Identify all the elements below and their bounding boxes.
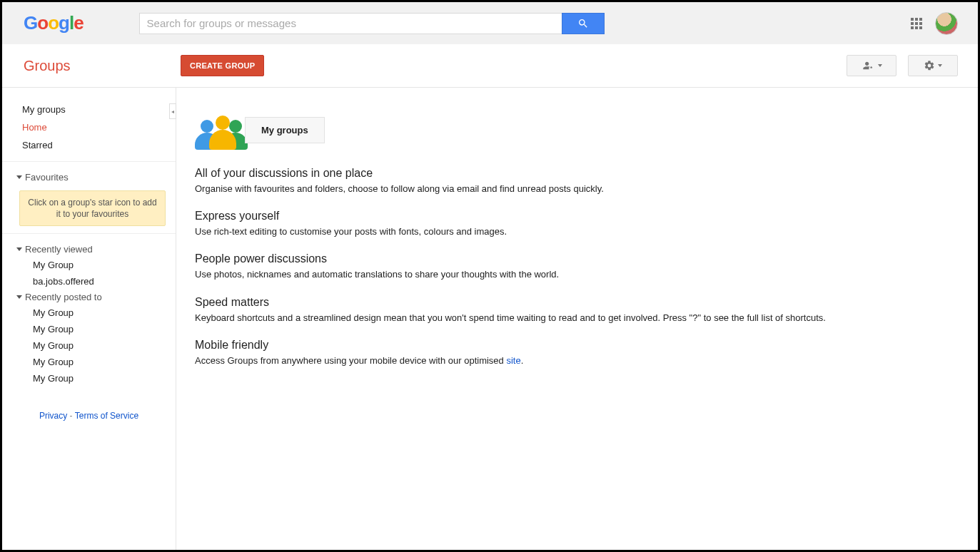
search-icon — [577, 18, 589, 29]
chevron-down-icon — [938, 64, 942, 67]
feature-title: Mobile friendly — [195, 339, 852, 352]
feature-block: People power discussions Use photos, nic… — [195, 252, 852, 281]
mobile-site-link[interactable]: site — [506, 355, 520, 366]
feature-block: Mobile friendly Access Groups from anywh… — [195, 339, 852, 367]
settings-dropdown[interactable] — [908, 55, 958, 76]
top-bar: Google — [2, 2, 978, 44]
feature-block: Speed matters Keyboard shortcuts and a s… — [195, 296, 852, 324]
group-icon — [195, 111, 252, 150]
list-item[interactable]: My Group — [33, 337, 168, 354]
search-wrap — [139, 13, 605, 34]
collapse-handle[interactable]: ◂ — [169, 103, 176, 119]
feature-block: All of your discussions in one place Org… — [195, 167, 852, 195]
recent-section: Recently viewed My Group ba.jobs.offered… — [2, 234, 176, 394]
members-dropdown[interactable] — [847, 55, 896, 76]
app-title: Groups — [24, 58, 181, 74]
recently-viewed-label: Recently viewed — [25, 244, 93, 255]
list-item[interactable]: My Group — [33, 354, 168, 370]
sidebar: ◂ My groups Home Starred Favourites Clic… — [2, 88, 176, 550]
tos-link[interactable]: Terms of Service — [75, 411, 138, 421]
feature-body: Keyboard shortcuts and a streamlined des… — [195, 312, 852, 324]
mygroups-header: My groups — [195, 111, 978, 150]
recently-posted-label: Recently posted to — [25, 292, 102, 302]
secondbar-right — [847, 55, 958, 76]
list-item[interactable]: My Group — [33, 305, 168, 321]
sidebar-item-my-groups[interactable]: My groups — [22, 101, 168, 118]
feature-body: Use photos, nicknames and automatic tran… — [195, 268, 852, 281]
avatar[interactable] — [935, 12, 958, 35]
list-item[interactable]: ba.jobs.offered — [33, 273, 168, 290]
feature-title: People power discussions — [195, 252, 852, 265]
feature-block: Express yourself Use rich-text editing t… — [195, 210, 852, 238]
favourites-header[interactable]: Favourites — [16, 170, 168, 185]
feature-title: All of your discussions in one place — [195, 167, 852, 180]
content: My groups All of your discussions in one… — [176, 88, 978, 550]
recently-viewed-list: My Group ba.jobs.offered — [16, 257, 168, 290]
apps-icon[interactable] — [911, 18, 922, 29]
sidebar-item-starred[interactable]: Starred — [22, 136, 168, 154]
feature-body: Organise with favourites and folders, ch… — [195, 183, 852, 195]
topbar-right — [911, 12, 958, 35]
chevron-down-icon — [878, 64, 882, 67]
nav-primary: My groups Home Starred — [2, 101, 176, 162]
list-item[interactable]: My Group — [33, 321, 168, 337]
sidebar-item-home[interactable]: Home — [22, 118, 168, 136]
list-item[interactable]: My Group — [33, 257, 168, 273]
favourites-hint: Click on a group's star icon to add it t… — [19, 190, 166, 226]
recently-viewed-header[interactable]: Recently viewed — [16, 242, 168, 257]
google-logo[interactable]: Google — [24, 12, 84, 34]
chevron-down-icon — [16, 295, 22, 299]
favourites-section: Favourites Click on a group's star icon … — [2, 162, 176, 234]
chevron-down-icon — [16, 175, 22, 179]
chevron-down-icon — [16, 247, 22, 251]
separator: - — [70, 411, 75, 421]
gear-icon — [924, 60, 935, 71]
search-button[interactable] — [562, 13, 605, 34]
privacy-link[interactable]: Privacy — [39, 411, 67, 421]
list-item[interactable]: My Group — [33, 370, 168, 387]
recently-posted-list: My Group My Group My Group My Group My G… — [16, 305, 168, 387]
feature-body: Access Groups from anywhere using your m… — [195, 354, 852, 367]
create-group-button[interactable]: CREATE GROUP — [181, 55, 264, 76]
recently-posted-header[interactable]: Recently posted to — [16, 290, 168, 305]
page-title: My groups — [245, 117, 325, 143]
main: ◂ My groups Home Starred Favourites Clic… — [2, 88, 978, 550]
favourites-label: Favourites — [25, 172, 69, 183]
footer-links: Privacy - Terms of Service — [2, 394, 176, 421]
search-input[interactable] — [139, 13, 562, 34]
feature-title: Speed matters — [195, 296, 852, 309]
feature-body: Use rich-text editing to customise your … — [195, 225, 852, 238]
feature-title: Express yourself — [195, 210, 852, 223]
second-bar: Groups CREATE GROUP — [2, 44, 978, 88]
person-settings-icon — [861, 60, 875, 71]
